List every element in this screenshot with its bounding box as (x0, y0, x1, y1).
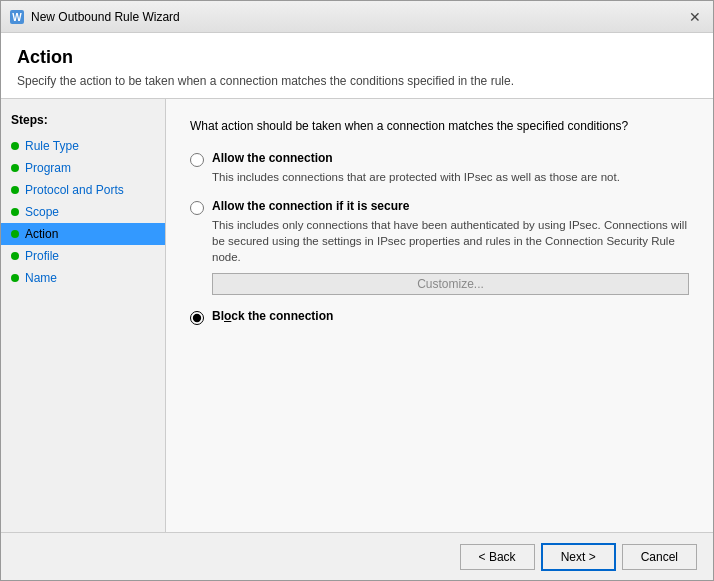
step-dot (11, 142, 19, 150)
title-bar: W New Outbound Rule Wizard ✕ (1, 1, 713, 33)
sidebar-item-name[interactable]: Name (1, 267, 165, 289)
step-dot (11, 164, 19, 172)
option-allow-secure-row: Allow the connection if it is secure (190, 199, 689, 215)
sidebar-item-action[interactable]: Action (1, 223, 165, 245)
sidebar-item-label: Rule Type (25, 139, 79, 153)
question-text: What action should be taken when a conne… (190, 119, 689, 133)
sidebar-item-label: Protocol and Ports (25, 183, 124, 197)
sidebar: Steps: Rule Type Program Protocol and Po… (1, 99, 166, 532)
page-description: Specify the action to be taken when a co… (17, 74, 697, 88)
next-button[interactable]: Next > (541, 543, 616, 571)
options-group: Allow the connection This includes conne… (190, 151, 689, 325)
radio-allow-secure[interactable] (190, 201, 204, 215)
main-window: W New Outbound Rule Wizard ✕ Action Spec… (0, 0, 714, 581)
option-allow-secure: Allow the connection if it is secure Thi… (190, 199, 689, 295)
wizard-icon: W (9, 9, 25, 25)
option-block-label: Block the connection (212, 309, 333, 323)
header: Action Specify the action to be taken wh… (1, 33, 713, 99)
sidebar-item-protocol-ports[interactable]: Protocol and Ports (1, 179, 165, 201)
svg-text:W: W (12, 12, 22, 23)
option-allow-label: Allow the connection (212, 151, 333, 165)
sidebar-item-scope[interactable]: Scope (1, 201, 165, 223)
body: Steps: Rule Type Program Protocol and Po… (1, 99, 713, 532)
radio-block[interactable] (190, 311, 204, 325)
window-title: New Outbound Rule Wizard (31, 10, 180, 24)
step-dot (11, 186, 19, 194)
option-block-row: Block the connection (190, 309, 689, 325)
sidebar-item-label: Scope (25, 205, 59, 219)
back-button[interactable]: < Back (460, 544, 535, 570)
sidebar-item-rule-type[interactable]: Rule Type (1, 135, 165, 157)
step-dot (11, 208, 19, 216)
step-dot (11, 230, 19, 238)
page-title: Action (17, 47, 697, 68)
main-panel: What action should be taken when a conne… (166, 99, 713, 532)
content-area: Action Specify the action to be taken wh… (1, 33, 713, 580)
step-dot (11, 252, 19, 260)
sidebar-item-label: Program (25, 161, 71, 175)
sidebar-item-label: Profile (25, 249, 59, 263)
close-button[interactable]: ✕ (685, 7, 705, 27)
title-bar-left: W New Outbound Rule Wizard (9, 9, 180, 25)
customize-button[interactable]: Customize... (212, 273, 689, 295)
cancel-button[interactable]: Cancel (622, 544, 697, 570)
steps-label: Steps: (1, 109, 165, 135)
sidebar-item-profile[interactable]: Profile (1, 245, 165, 267)
sidebar-item-program[interactable]: Program (1, 157, 165, 179)
option-block: Block the connection (190, 309, 689, 325)
option-allow-secure-desc: This includes only connections that have… (212, 217, 689, 265)
radio-allow[interactable] (190, 153, 204, 167)
step-dot (11, 274, 19, 282)
option-allow-desc: This includes connections that are prote… (212, 169, 689, 185)
option-allow: Allow the connection This includes conne… (190, 151, 689, 185)
sidebar-item-label: Action (25, 227, 58, 241)
option-allow-row: Allow the connection (190, 151, 689, 167)
sidebar-item-label: Name (25, 271, 57, 285)
option-allow-secure-label: Allow the connection if it is secure (212, 199, 409, 213)
footer: < Back Next > Cancel (1, 532, 713, 580)
